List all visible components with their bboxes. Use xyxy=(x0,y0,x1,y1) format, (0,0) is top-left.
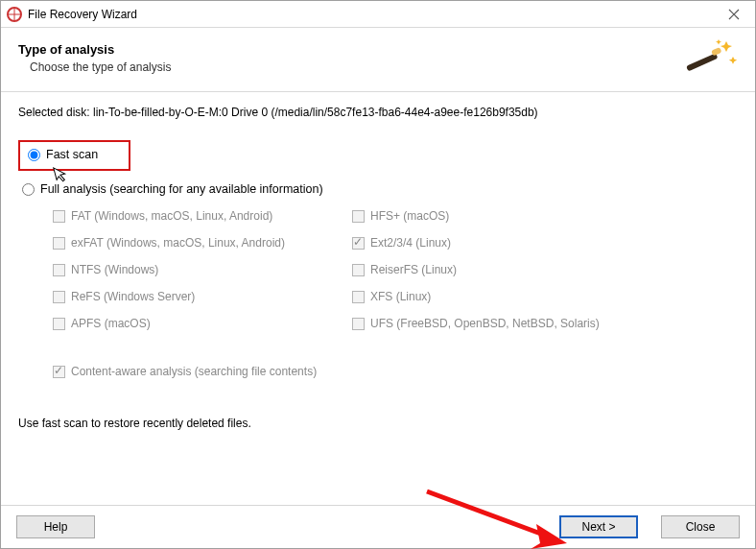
checkbox-icon xyxy=(352,237,365,250)
window-title: File Recovery Wizard xyxy=(28,8,712,21)
close-footer-button[interactable]: Close xyxy=(661,515,740,538)
checkbox-refs: ReFS (Windows Server) xyxy=(53,290,285,303)
checkbox-ufs: UFS (FreeBSD, OpenBSD, NetBSD, Solaris) xyxy=(352,317,600,330)
checkbox-apfs: APFS (macOS) xyxy=(53,317,285,330)
radio-fast-scan[interactable]: Fast scan xyxy=(24,146,102,163)
wizard-body: Selected disk: lin-To-be-filled-by-O-E-M… xyxy=(1,92,755,505)
window: File Recovery Wizard Type of analysis Ch… xyxy=(0,0,756,549)
wizard-header: Type of analysis Choose the type of anal… xyxy=(1,28,755,92)
page-subtitle: Choose the type of analysis xyxy=(30,60,680,74)
radio-full-analysis-label: Full analysis (searching for any availab… xyxy=(40,182,323,196)
checkbox-icon xyxy=(53,291,65,303)
checkbox-xfs: XFS (Linux) xyxy=(352,290,600,303)
checkbox-ext: Ext2/3/4 (Linux) xyxy=(352,236,600,250)
radio-fast-scan-label: Fast scan xyxy=(46,148,98,161)
checkbox-fat: FAT (Windows, macOS, Linux, Android) xyxy=(53,209,285,223)
highlight-fast-scan: Fast scan xyxy=(18,140,130,171)
wizard-wand-icon xyxy=(680,37,738,78)
checkbox-icon xyxy=(53,210,65,223)
checkbox-content-aware: Content-aware analysis (searching file c… xyxy=(53,365,738,378)
tip-text: Use fast scan to restore recently delete… xyxy=(18,417,738,430)
svg-line-3 xyxy=(427,491,546,536)
filesystem-grid: FAT (Windows, macOS, Linux, Android) exF… xyxy=(53,209,738,330)
radio-full-analysis[interactable]: Full analysis (searching for any availab… xyxy=(18,180,738,198)
checkbox-icon xyxy=(53,366,65,378)
close-button[interactable] xyxy=(712,1,755,28)
filesystem-col-left: FAT (Windows, macOS, Linux, Android) exF… xyxy=(53,209,285,330)
checkbox-ntfs: NTFS (Windows) xyxy=(53,263,285,276)
checkbox-icon xyxy=(352,291,365,303)
checkbox-icon xyxy=(53,264,65,276)
wizard-footer: Help Next > Close xyxy=(1,505,755,548)
checkbox-icon xyxy=(352,264,365,276)
checkbox-icon xyxy=(352,318,365,330)
annotation-arrow-icon xyxy=(423,486,577,549)
svg-rect-1 xyxy=(686,53,719,71)
radio-full-analysis-input[interactable] xyxy=(22,183,35,196)
radio-fast-scan-input[interactable] xyxy=(28,149,40,161)
checkbox-reiserfs: ReiserFS (Linux) xyxy=(352,263,600,276)
checkbox-icon xyxy=(53,318,65,330)
selected-disk-label: Selected disk: lin-To-be-filled-by-O-E-M… xyxy=(18,106,738,119)
app-icon xyxy=(7,7,22,22)
checkbox-exfat: exFAT (Windows, macOS, Linux, Android) xyxy=(53,236,285,250)
svg-marker-4 xyxy=(531,524,567,549)
checkbox-icon xyxy=(53,237,65,250)
checkbox-hfs: HFS+ (macOS) xyxy=(352,209,600,223)
page-title: Type of analysis xyxy=(18,42,680,57)
help-button[interactable]: Help xyxy=(16,515,95,538)
titlebar: File Recovery Wizard xyxy=(1,1,755,28)
checkbox-icon xyxy=(352,210,365,223)
filesystem-col-right: HFS+ (macOS) Ext2/3/4 (Linux) ReiserFS (… xyxy=(352,209,600,330)
